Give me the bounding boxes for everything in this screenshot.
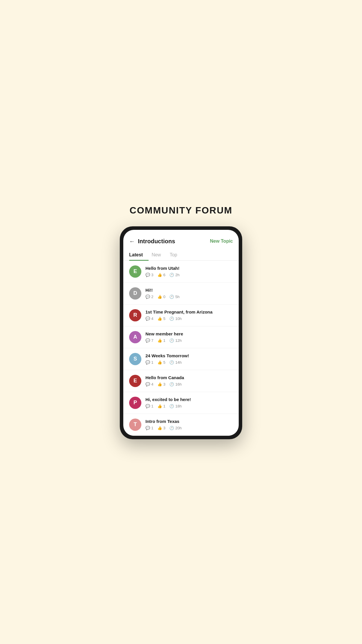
time-ago: 🕐 10h [169, 316, 182, 321]
page-title: COMMUNITY FORUM [130, 205, 233, 216]
tab-new[interactable]: New [152, 249, 167, 260]
phone-screen: ← Introductions New Topic Latest New Top… [123, 230, 239, 436]
page-wrapper: COMMUNITY FORUM ← Introductions New Topi… [108, 205, 254, 439]
clock-icon: 🕐 [169, 273, 174, 277]
comment-number: 1 [151, 360, 153, 365]
item-content: Hi, excited to be here! 💬 1 👍 1 🕐 18h [145, 397, 233, 409]
list-item[interactable]: D Hi!! 💬 2 👍 0 🕐 5h [123, 283, 239, 304]
time-value: 16h [175, 382, 182, 386]
tab-top[interactable]: Top [170, 249, 183, 260]
avatar: R [129, 309, 141, 321]
comment-icon: 💬 [145, 338, 150, 343]
comment-icon: 💬 [145, 360, 150, 365]
clock-icon: 🕐 [169, 316, 174, 321]
new-topic-button[interactable]: New Topic [210, 239, 233, 244]
post-meta: 💬 1 👍 5 🕐 14h [145, 360, 233, 365]
time-value: 20h [175, 426, 182, 430]
like-count: 👍 5 [157, 316, 165, 321]
item-content: New member here 💬 7 👍 1 🕐 12h [145, 331, 233, 343]
forum-list: E Hello from Utah! 💬 3 👍 6 🕐 2h [123, 261, 239, 436]
post-title: Hi!! [145, 287, 233, 293]
like-number: 1 [163, 404, 165, 408]
like-icon: 👍 [157, 273, 162, 277]
list-item[interactable]: T Intro from Texas 💬 1 👍 3 🕐 20h [123, 414, 239, 436]
comment-count: 💬 1 [145, 360, 153, 365]
time-ago: 🕐 5h [169, 295, 179, 299]
list-item[interactable]: S 24 Weeks Tomorrow! 💬 1 👍 5 🕐 14h [123, 348, 239, 370]
like-number: 1 [163, 338, 165, 343]
post-title: 24 Weeks Tomorrow! [145, 353, 233, 359]
time-ago: 🕐 18h [169, 404, 182, 408]
comment-number: 7 [151, 338, 153, 343]
clock-icon: 🕐 [169, 338, 174, 343]
clock-icon: 🕐 [169, 360, 174, 365]
like-number: 3 [163, 382, 165, 386]
avatar: A [129, 331, 141, 343]
back-button[interactable]: ← [129, 238, 135, 245]
list-item[interactable]: E Hello from Utah! 💬 3 👍 6 🕐 2h [123, 261, 239, 283]
like-count: 👍 1 [157, 404, 165, 408]
post-meta: 💬 2 👍 0 🕐 5h [145, 295, 233, 299]
comment-number: 4 [151, 382, 153, 386]
post-meta: 💬 3 👍 6 🕐 2h [145, 273, 233, 277]
screen-title: Introductions [138, 238, 175, 245]
like-icon: 👍 [157, 338, 162, 343]
item-content: Hello from Canada 💬 4 👍 3 🕐 16h [145, 375, 233, 387]
like-count: 👍 0 [157, 295, 165, 299]
like-icon: 👍 [157, 360, 162, 365]
like-count: 👍 1 [157, 338, 165, 343]
time-value: 2h [175, 273, 179, 277]
clock-icon: 🕐 [169, 295, 174, 299]
comment-icon: 💬 [145, 426, 150, 430]
post-meta: 💬 1 👍 3 🕐 20h [145, 426, 233, 430]
time-ago: 🕐 14h [169, 360, 182, 365]
like-number: 3 [163, 426, 165, 430]
clock-icon: 🕐 [169, 404, 174, 408]
phone-frame: ← Introductions New Topic Latest New Top… [120, 226, 242, 439]
time-ago: 🕐 16h [169, 382, 182, 386]
comment-count: 💬 3 [145, 273, 153, 277]
list-item[interactable]: R 1st Time Pregnant, from Arizona 💬 4 👍 … [123, 304, 239, 326]
comment-number: 1 [151, 404, 153, 408]
time-value: 14h [175, 360, 182, 365]
avatar: P [129, 397, 141, 409]
like-number: 5 [163, 316, 165, 321]
tab-latest[interactable]: Latest [129, 249, 149, 260]
comment-number: 4 [151, 316, 153, 321]
like-number: 0 [163, 295, 165, 299]
item-content: 1st Time Pregnant, from Arizona 💬 4 👍 5 … [145, 309, 233, 321]
comment-count: 💬 4 [145, 316, 153, 321]
like-icon: 👍 [157, 295, 162, 299]
comment-icon: 💬 [145, 295, 150, 299]
item-content: Hi!! 💬 2 👍 0 🕐 5h [145, 287, 233, 299]
avatar: E [129, 265, 141, 278]
comment-count: 💬 4 [145, 382, 153, 386]
avatar: T [129, 419, 141, 431]
post-meta: 💬 7 👍 1 🕐 12h [145, 338, 233, 343]
time-value: 10h [175, 316, 182, 321]
comment-number: 3 [151, 273, 153, 277]
list-item[interactable]: A New member here 💬 7 👍 1 🕐 12h [123, 326, 239, 348]
comment-number: 1 [151, 426, 153, 430]
time-value: 18h [175, 404, 182, 408]
list-item[interactable]: E Hello from Canada 💬 4 👍 3 🕐 16h [123, 370, 239, 392]
comment-count: 💬 1 [145, 426, 153, 430]
post-title: Intro from Texas [145, 419, 233, 424]
avatar: E [129, 375, 141, 387]
tabs-container: Latest New Top [123, 249, 239, 261]
comment-icon: 💬 [145, 404, 150, 408]
like-count: 👍 5 [157, 360, 165, 365]
item-content: Hello from Utah! 💬 3 👍 6 🕐 2h [145, 265, 233, 277]
list-item[interactable]: P Hi, excited to be here! 💬 1 👍 1 🕐 18h [123, 392, 239, 414]
item-content: Intro from Texas 💬 1 👍 3 🕐 20h [145, 419, 233, 430]
post-title: Hi, excited to be here! [145, 397, 233, 402]
comment-count: 💬 7 [145, 338, 153, 343]
like-count: 👍 3 [157, 426, 165, 430]
like-count: 👍 3 [157, 382, 165, 386]
like-icon: 👍 [157, 316, 162, 321]
time-value: 12h [175, 338, 182, 343]
comment-icon: 💬 [145, 273, 150, 277]
comment-count: 💬 2 [145, 295, 153, 299]
post-meta: 💬 4 👍 5 🕐 10h [145, 316, 233, 321]
post-title: Hello from Canada [145, 375, 233, 381]
